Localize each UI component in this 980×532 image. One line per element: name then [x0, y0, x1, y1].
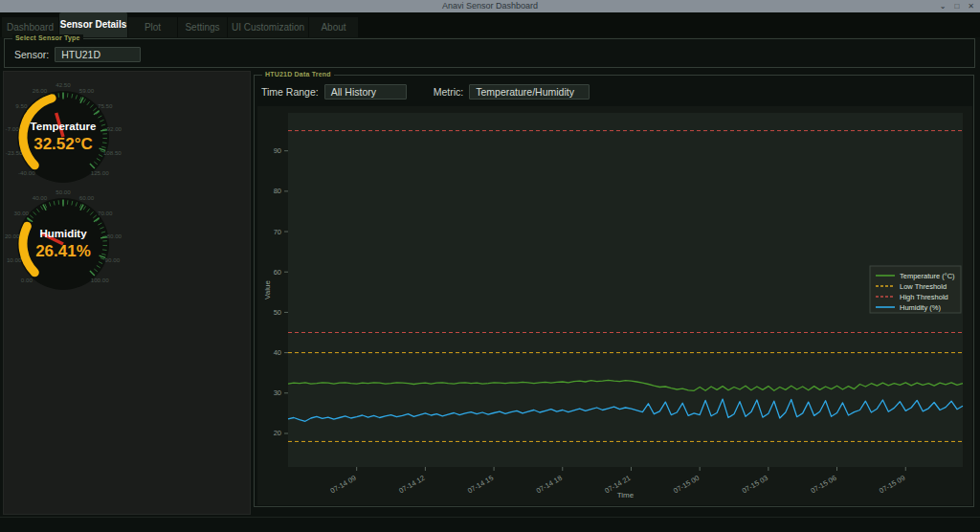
select-sensor-type-group: Select Sensor Type Sensor: HTU21D	[4, 38, 975, 68]
select-sensor-type-title: Select Sensor Type	[12, 34, 83, 41]
data-trend-title: HTU21D Data Trend	[262, 71, 334, 78]
gauge-scale-label: 108.50	[103, 149, 122, 156]
gauges-panel: -40.00-23.50-7.009.5026.0042.5059.0075.5…	[3, 71, 251, 515]
y-tick-label: 80	[274, 187, 281, 195]
close-icon[interactable]: ✕	[968, 0, 974, 12]
time-range-label: Time Range:	[261, 86, 319, 98]
tab-plot[interactable]: Plot	[128, 17, 178, 37]
gauge-scale-label: 59.00	[79, 87, 95, 94]
legend-label: High Threshold	[900, 293, 948, 301]
gauge-scale-label: 125.00	[91, 169, 109, 176]
gauge-scale-label: 9.50	[15, 102, 28, 109]
gauge-scale-label: -40.00	[18, 169, 35, 176]
gauge-scale-label: 100.00	[91, 277, 109, 283]
legend-label: Temperature (°C)	[900, 272, 955, 280]
x-tick-label: 07-15 06	[809, 474, 837, 496]
trend-chart-canvas: 2030405060708090Value07-14 0907-14 1207-…	[257, 106, 972, 505]
gauge-scale-label: 10.00	[7, 256, 22, 263]
window-controls: ⌄ □ ✕	[940, 0, 974, 12]
maximize-icon[interactable]: □	[954, 0, 959, 12]
x-tick-label: 07-15 03	[741, 474, 769, 496]
legend-label: Low Threshold	[900, 282, 947, 291]
x-tick-label: 07-14 09	[329, 474, 358, 496]
legend-label: Humidity (%)	[900, 303, 941, 312]
gauge-scale-label: 26.00	[33, 87, 48, 94]
sensor-label: Sensor:	[14, 49, 49, 60]
metric-select[interactable]: Temperature/Humidity	[469, 84, 590, 100]
y-tick-label: 70	[274, 228, 281, 236]
gauge-scale-label: 75.50	[98, 102, 113, 109]
gauge-scale-label: 30.00	[14, 210, 30, 216]
x-axis-label: Time	[617, 491, 635, 499]
gauge-scale-label: -23.50	[6, 149, 23, 156]
trend-chart: 2030405060708090Value07-14 0907-14 1207-…	[257, 106, 972, 505]
gauge-scale-label: 50.00	[56, 188, 71, 195]
x-tick-label: 07-14 18	[535, 474, 564, 496]
time-range-select[interactable]: All History	[324, 84, 407, 100]
y-tick-label: 30	[274, 388, 281, 397]
gauge-value: 26.41%	[35, 242, 91, 260]
y-axis-label: Value	[263, 280, 272, 299]
humidity-gauge: 0.0010.0020.0030.0040.0050.0060.0070.008…	[4, 190, 122, 301]
y-tick-label: 90	[274, 146, 281, 155]
x-tick-label: 07-15 09	[878, 474, 906, 496]
window-titlebar: Anavi Sensor Dashboard ⌄ □ ✕	[0, 0, 980, 12]
gauge-scale-label: 20.00	[5, 233, 20, 239]
minimize-icon[interactable]: ⌄	[940, 0, 947, 12]
x-tick-label: 07-14 15	[466, 474, 495, 496]
tab-bar: DashboardSensor DetailsPlotSettingsUI Cu…	[0, 12, 980, 37]
tab-ui-customization[interactable]: UI Customization	[228, 17, 309, 37]
tab-about[interactable]: About	[309, 17, 359, 37]
y-tick-label: 50	[274, 308, 281, 317]
x-tick-label: 07-15 00	[672, 474, 701, 496]
gauge-scale-label: 0.00	[21, 277, 33, 283]
sensor-select[interactable]: HTU21D	[55, 47, 141, 62]
gauge-value: 32.52°C	[33, 135, 93, 153]
window-title: Anavi Sensor Dashboard	[0, 0, 980, 12]
gauge-scale-label: 42.50	[56, 81, 71, 88]
x-tick-label: 07-14 12	[397, 474, 426, 496]
gauge-scale-label: -7.00	[6, 125, 20, 132]
tab-settings[interactable]: Settings	[178, 17, 228, 37]
gauge-scale-label: 70.00	[98, 210, 113, 216]
y-tick-label: 60	[274, 268, 281, 277]
data-trend-group: HTU21D Data Trend Time Range: All Histor…	[254, 75, 974, 507]
gauge-title: Humidity	[39, 228, 87, 239]
gauge-scale-label: 92.00	[107, 125, 122, 132]
gauge-scale-label: 40.00	[33, 194, 48, 201]
gauge-scale-label: 60.00	[79, 194, 95, 201]
gauge-title: Temperature	[31, 121, 97, 132]
bottom-strip	[0, 517, 980, 532]
gauge-scale-label: 80.00	[107, 233, 122, 239]
metric-label: Metric:	[434, 86, 464, 98]
y-tick-label: 40	[274, 348, 281, 357]
temperature-gauge: -40.00-23.50-7.009.5026.0042.5059.0075.5…	[4, 83, 122, 194]
y-tick-label: 20	[274, 429, 281, 437]
plot-area	[288, 113, 963, 467]
gauge-scale-label: 90.00	[105, 256, 121, 263]
